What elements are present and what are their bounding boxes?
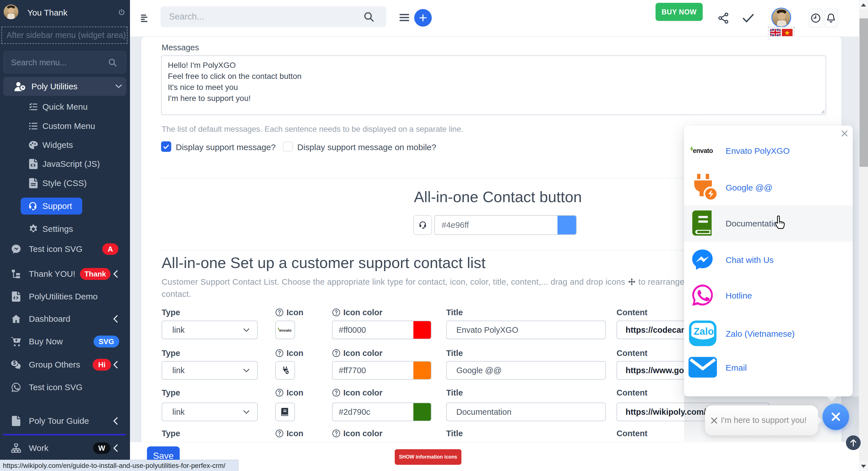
svg-text:envato: envato — [279, 328, 291, 332]
svg-text:envato: envato — [693, 147, 713, 154]
svg-text:Zalo: Zalo — [694, 325, 714, 336]
